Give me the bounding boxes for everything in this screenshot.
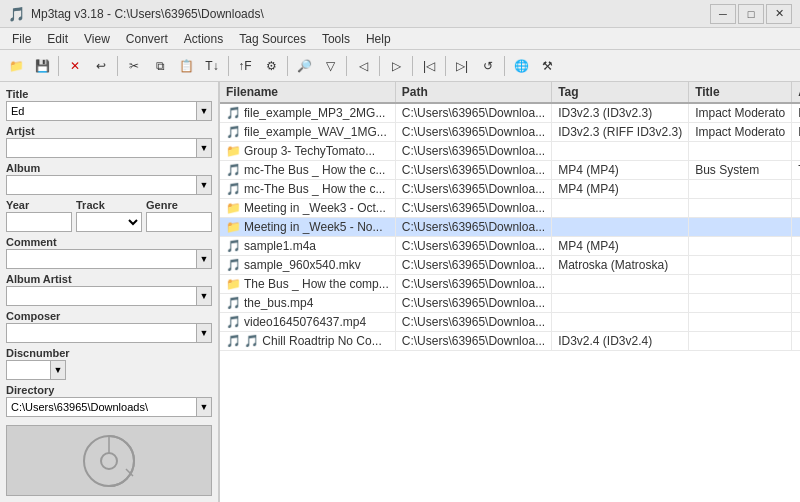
- track-field-group: Track: [76, 199, 142, 232]
- col-header-path[interactable]: Path: [395, 82, 551, 103]
- album-artist-input-wrap: ▼: [6, 286, 212, 306]
- title-input-wrap: ▼: [6, 101, 212, 121]
- year-input[interactable]: [6, 212, 72, 232]
- menu-item-actions[interactable]: Actions: [176, 28, 231, 49]
- table-row[interactable]: 📁Group 3- TechyTomato... C:\Users\63965\…: [220, 142, 800, 161]
- menu-item-convert[interactable]: Convert: [118, 28, 176, 49]
- artist-field-group: Artjst ▼: [6, 125, 212, 158]
- table-row[interactable]: 🎵video1645076437.mp4 C:\Users\63965\Down…: [220, 313, 800, 332]
- album-art-area: [6, 425, 212, 496]
- tools-btn[interactable]: ⚙: [259, 54, 283, 78]
- album-artist-input[interactable]: [6, 286, 196, 306]
- composer-input-wrap: ▼: [6, 323, 212, 343]
- genre-input[interactable]: [146, 212, 212, 232]
- track-label: Track: [76, 199, 142, 211]
- composer-dropdown-btn[interactable]: ▼: [196, 323, 212, 343]
- comment-dropdown-btn[interactable]: ▼: [196, 249, 212, 269]
- cut-btn[interactable]: ✂: [122, 54, 146, 78]
- toolbar-separator-12: [379, 56, 380, 76]
- album-artist-label: Album Artist: [6, 273, 212, 285]
- main-content: Title ▼ Artjst ▼ Album ▼ Year: [0, 82, 800, 502]
- filter-btn[interactable]: ▽: [318, 54, 342, 78]
- title-input[interactable]: [6, 101, 196, 121]
- album-input[interactable]: [6, 175, 196, 195]
- menu-item-file[interactable]: File: [4, 28, 39, 49]
- artist-input[interactable]: [6, 138, 196, 158]
- table-row[interactable]: 🎵sample_960x540.mkv C:\Users\63965\Downl…: [220, 256, 800, 275]
- discnumber-dropdown-btn[interactable]: ▼: [50, 360, 66, 380]
- col-header-tag[interactable]: Tag: [552, 82, 689, 103]
- undo-btn[interactable]: ↩: [89, 54, 113, 78]
- save-btn[interactable]: 💾: [30, 54, 54, 78]
- table-row[interactable]: 🎵the_bus.mp4 C:\Users\63965\Downloa...: [220, 294, 800, 313]
- directory-label: Directory: [6, 384, 212, 396]
- file-icon-mp4: 🎵: [226, 315, 241, 329]
- comment-field-group: Comment ▼: [6, 236, 212, 269]
- table-row[interactable]: 📁Meeting in _Week3 - Oct... C:\Users\639…: [220, 199, 800, 218]
- title-bar: 🎵 Mp3tag v3.18 - C:\Users\63965\Download…: [0, 0, 800, 28]
- svg-point-1: [101, 453, 117, 469]
- toolbar-separator-13: [412, 56, 413, 76]
- composer-label: Composer: [6, 310, 212, 322]
- prev-btn[interactable]: ◁: [351, 54, 375, 78]
- directory-dropdown-btn[interactable]: ▼: [196, 397, 212, 417]
- close-button[interactable]: ✕: [766, 4, 792, 24]
- col-header-artist[interactable]: Artist: [792, 82, 800, 103]
- next-btn[interactable]: ▷: [384, 54, 408, 78]
- refresh-btn[interactable]: ↺: [476, 54, 500, 78]
- table-row[interactable]: 📁The Bus _ How the comp... C:\Users\6396…: [220, 275, 800, 294]
- discnumber-input[interactable]: [6, 360, 50, 380]
- col-header-filename[interactable]: Filename: [220, 82, 395, 103]
- directory-input-wrap: ▼: [6, 397, 212, 417]
- table-row[interactable]: 🎵🎵 Chill Roadtrip No Co... C:\Users\6396…: [220, 332, 800, 351]
- year-field-group: Year: [6, 199, 72, 232]
- paste-btn[interactable]: 📋: [174, 54, 198, 78]
- open-folder-btn[interactable]: 📁: [4, 54, 28, 78]
- last-btn[interactable]: ▷|: [450, 54, 474, 78]
- genre-field-group: Genre: [146, 199, 212, 232]
- table-row[interactable]: 📁Meeting in _Week5 - No... C:\Users\6396…: [220, 218, 800, 237]
- title-label: Title: [6, 88, 212, 100]
- table-row[interactable]: 🎵mc-The Bus _ How the c... C:\Users\6396…: [220, 161, 800, 180]
- file-icon-folder: 📁: [226, 144, 241, 158]
- composer-input[interactable]: [6, 323, 196, 343]
- album-dropdown-btn[interactable]: ▼: [196, 175, 212, 195]
- track-select[interactable]: [76, 212, 142, 232]
- tag-from-filename-btn[interactable]: T↓: [200, 54, 224, 78]
- col-header-title[interactable]: Title: [689, 82, 792, 103]
- title-dropdown-btn[interactable]: ▼: [196, 101, 212, 121]
- title-bar-controls: ─ □ ✕: [710, 4, 792, 24]
- menu-item-tag sources[interactable]: Tag Sources: [231, 28, 314, 49]
- title-bar-title: Mp3tag v3.18 - C:\Users\63965\Downloads\: [31, 7, 264, 21]
- remove-btn[interactable]: ✕: [63, 54, 87, 78]
- table-row[interactable]: 🎵mc-The Bus _ How the c... C:\Users\6396…: [220, 180, 800, 199]
- menu-item-view[interactable]: View: [76, 28, 118, 49]
- toolbar-separator-16: [504, 56, 505, 76]
- file-icon-mkv: 🎵: [226, 258, 241, 272]
- album-artist-dropdown-btn[interactable]: ▼: [196, 286, 212, 306]
- album-artist-field-group: Album Artist ▼: [6, 273, 212, 306]
- online-btn[interactable]: 🌐: [509, 54, 533, 78]
- menu-item-tools[interactable]: Tools: [314, 28, 358, 49]
- directory-input[interactable]: [6, 397, 196, 417]
- comment-input-wrap: ▼: [6, 249, 212, 269]
- genre-label: Genre: [146, 199, 212, 211]
- menu-item-help[interactable]: Help: [358, 28, 399, 49]
- minimize-button[interactable]: ─: [710, 4, 736, 24]
- menu-item-edit[interactable]: Edit: [39, 28, 76, 49]
- artist-dropdown-btn[interactable]: ▼: [196, 138, 212, 158]
- table-row[interactable]: 🎵file_example_MP3_2MG... C:\Users\63965\…: [220, 103, 800, 123]
- table-row[interactable]: 🎵sample1.m4a C:\Users\63965\Downloa...MP…: [220, 237, 800, 256]
- file-icon-folder: 📁: [226, 277, 241, 291]
- copy-btn[interactable]: ⧉: [148, 54, 172, 78]
- search-btn[interactable]: 🔎: [292, 54, 316, 78]
- table-row[interactable]: 🎵file_example_WAV_1MG... C:\Users\63965\…: [220, 123, 800, 142]
- file-table-wrap[interactable]: Filename Path Tag Title Artist 🎵file_exa…: [220, 82, 800, 502]
- discnumber-field-group: Discnumber ▼: [6, 347, 212, 380]
- filename-from-tag-btn[interactable]: ↑F: [233, 54, 257, 78]
- wrench-btn[interactable]: ⚒: [535, 54, 559, 78]
- first-btn[interactable]: |◁: [417, 54, 441, 78]
- comment-input[interactable]: [6, 249, 196, 269]
- maximize-button[interactable]: □: [738, 4, 764, 24]
- artist-label: Artjst: [6, 125, 212, 137]
